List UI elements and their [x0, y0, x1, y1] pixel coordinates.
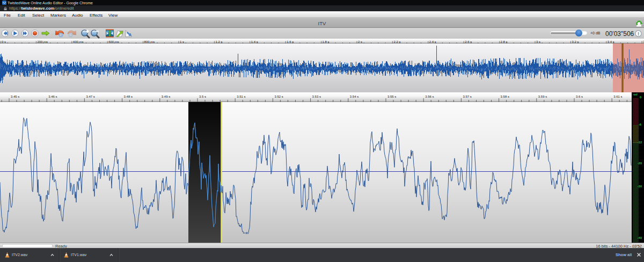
svg-text:1 s: 1 s — [180, 40, 184, 43]
svg-text:3.49 s: 3.49 s — [162, 95, 170, 98]
svg-text:3.47 s: 3.47 s — [86, 95, 94, 98]
svg-text:3.46 s: 3.46 s — [48, 95, 57, 98]
svg-text:3.56 s: 3.56 s — [425, 95, 434, 98]
svg-text:600 ms: 600 ms — [108, 40, 119, 43]
svg-text:3.52 s: 3.52 s — [274, 95, 283, 98]
svg-text:3.45 s: 3.45 s — [11, 95, 19, 98]
svg-text:3.6 s: 3.6 s — [576, 95, 583, 98]
svg-text:3.54 s: 3.54 s — [350, 95, 358, 98]
svg-text:3.48 s: 3.48 s — [124, 95, 133, 98]
svg-text:3.53 s: 3.53 s — [312, 95, 321, 98]
svg-text:2 s: 2 s — [358, 40, 362, 43]
svg-text:400 ms: 400 ms — [73, 40, 84, 43]
svg-text:3.58 s: 3.58 s — [501, 95, 509, 98]
svg-text:3.61 s: 3.61 s — [613, 95, 622, 98]
svg-text:3.59 s: 3.59 s — [538, 95, 547, 98]
svg-text:!: ! — [638, 31, 639, 37]
svg-text:3.51 s: 3.51 s — [237, 95, 245, 98]
svg-text:3 s: 3 s — [536, 40, 540, 43]
svg-text:0 s: 0 s — [2, 40, 6, 43]
svg-text:200 ms: 200 ms — [37, 40, 48, 43]
svg-text:3.5 s: 3.5 s — [199, 95, 206, 98]
svg-text:3.55 s: 3.55 s — [387, 95, 396, 98]
svg-text:3.57 s: 3.57 s — [463, 95, 471, 98]
svg-text:800 ms: 800 ms — [144, 40, 155, 43]
